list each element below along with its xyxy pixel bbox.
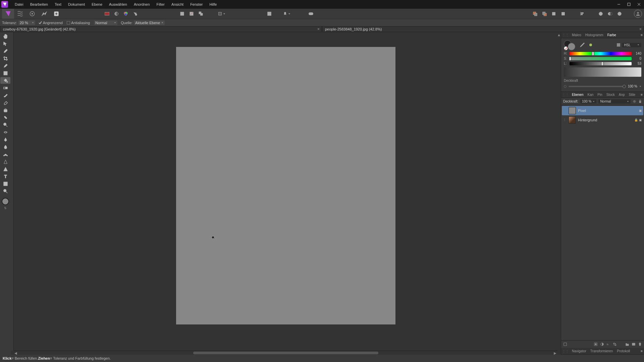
canvas-viewport[interactable]: ▲ ◀ ▶	[11, 32, 561, 355]
saturation-slider[interactable]	[570, 57, 632, 60]
tab-transformieren[interactable]: Transformieren	[588, 348, 615, 354]
persona-develop[interactable]	[26, 9, 38, 19]
tab-farbe[interactable]: Farbe	[605, 32, 618, 38]
layer-thumb[interactable]	[569, 107, 576, 114]
gradient-preview[interactable]	[564, 67, 641, 77]
blendmode-field[interactable]: Normal	[94, 20, 117, 25]
source-field[interactable]: Aktuelle Ebene	[134, 20, 165, 25]
layer-delete-icon[interactable]	[637, 342, 643, 347]
layer-group-icon[interactable]	[625, 342, 630, 347]
menu-bearbeiten[interactable]: Bearbeiten	[27, 0, 51, 9]
bottom-panel-menu-icon[interactable]: ≡	[639, 349, 644, 353]
tab-close-icon[interactable]: ×	[317, 27, 320, 32]
overlay-split-icon[interactable]	[112, 9, 121, 18]
move-tool[interactable]	[0, 40, 10, 47]
persona-tone[interactable]	[38, 9, 50, 19]
contiguous-checkbox[interactable]: Angrenzend	[39, 21, 63, 25]
layer-opacity-field[interactable]: 100 %	[580, 99, 596, 104]
tab-histogramm[interactable]: Histogramm	[583, 32, 605, 38]
selection-none-icon[interactable]	[187, 9, 196, 18]
preview-toggle-icon[interactable]	[307, 9, 315, 18]
tab-pin[interactable]: Pin	[595, 92, 604, 98]
persona-export[interactable]	[50, 9, 62, 19]
layer-adjustment-icon[interactable]	[599, 342, 605, 347]
sharpen-tool[interactable]	[0, 158, 10, 165]
lightness-slider[interactable]	[570, 62, 632, 65]
panel-menu-icon[interactable]: ≡	[639, 33, 644, 37]
color-picker-eyedropper-icon[interactable]	[578, 42, 587, 48]
hand-tool[interactable]	[0, 33, 10, 40]
menu-anordnen[interactable]: Anordnen	[130, 0, 153, 9]
crop-tool[interactable]	[0, 55, 10, 62]
opacity-value[interactable]: 100 %	[628, 84, 637, 88]
layer-visibility-icon[interactable]: ⋮	[563, 109, 567, 112]
color-model-dropdown[interactable]: HSL	[622, 43, 641, 47]
add-stock-icon[interactable]	[596, 9, 605, 18]
layer-crop-icon[interactable]	[612, 342, 618, 347]
layer-lock-toggle-icon[interactable]	[638, 100, 642, 103]
selection-brush-tool[interactable]	[0, 62, 10, 69]
horizontal-scrollbar[interactable]: ◀ ▶	[14, 351, 558, 355]
tab-protokoll[interactable]: Protokoll	[615, 348, 632, 354]
menu-filter[interactable]: Filter	[153, 0, 168, 9]
layer-cog-icon[interactable]	[633, 100, 636, 103]
swap-colors-icon[interactable]: ⇅	[4, 206, 7, 210]
layer-row-0[interactable]: ⋮Pixel▣	[562, 106, 643, 115]
app-logo[interactable]	[1, 1, 8, 8]
hue-slider[interactable]	[570, 52, 632, 55]
menu-text[interactable]: Text	[51, 0, 65, 9]
document-canvas[interactable]	[176, 47, 395, 324]
align-panel-icon[interactable]	[578, 9, 586, 18]
tab-kan[interactable]: Kan	[585, 92, 595, 98]
layer-fx-icon[interactable]: fx	[606, 342, 611, 347]
menu-datei[interactable]: Datei	[11, 0, 27, 9]
layer-visibility-icon[interactable]: ⋮	[563, 118, 567, 122]
layers-panel-menu-icon[interactable]: ≡	[639, 93, 644, 97]
foreground-color-swatch[interactable]	[2, 198, 9, 205]
window-close-button[interactable]	[634, 0, 644, 9]
overlay-autolevel-icon[interactable]	[131, 9, 140, 18]
healing-tool[interactable]	[0, 114, 10, 121]
tab-stile[interactable]: Stile	[627, 92, 637, 98]
recent-color-swatch[interactable]	[589, 44, 592, 46]
selection-invert-icon[interactable]	[197, 9, 205, 18]
document-tab-0[interactable]: cowboy-67630_1920.jpg [Geändert] (42.8%)…	[0, 26, 322, 32]
window-minimize-button[interactable]	[614, 0, 624, 9]
zoom-tool[interactable]	[0, 188, 10, 194]
tab-makro[interactable]: Makro	[570, 32, 583, 38]
tab-navigator[interactable]: Navigator	[570, 348, 588, 354]
layer-name[interactable]: Hintergrund	[578, 118, 632, 122]
quickmask-dropdown[interactable]	[217, 12, 227, 16]
layer-name[interactable]: Pixel	[578, 109, 637, 113]
menu-dokument[interactable]: Dokument	[65, 0, 88, 9]
layer-row-1[interactable]: ⋮Hintergrund🔒▣	[562, 115, 643, 125]
text-tool[interactable]	[0, 173, 10, 180]
flood-fill-tool[interactable]	[0, 77, 10, 84]
menu-auswählen[interactable]: Auswählen	[106, 0, 130, 9]
persona-liquify[interactable]	[14, 9, 26, 19]
clone-tool[interactable]	[0, 107, 10, 113]
window-maximize-button[interactable]	[624, 0, 634, 9]
arrange-front-icon[interactable]	[531, 9, 539, 18]
erase-tool[interactable]	[0, 99, 10, 106]
overlay-gradient-icon[interactable]	[103, 9, 111, 18]
tolerance-field[interactable]: 20 %	[18, 20, 35, 25]
burn-tool[interactable]	[0, 129, 10, 135]
overlay-color-icon[interactable]	[121, 9, 130, 18]
marquee-tool[interactable]	[0, 70, 10, 76]
arrange-back-icon[interactable]	[540, 9, 549, 18]
assistant-dropdown[interactable]	[282, 12, 292, 16]
layer-blend-field[interactable]: Normal	[598, 99, 631, 104]
persona-photo[interactable]	[2, 9, 14, 19]
arrange-bwd-icon[interactable]	[559, 9, 568, 18]
add-resource-icon[interactable]	[615, 9, 624, 18]
no-fill-icon[interactable]	[564, 46, 568, 50]
tab-anp[interactable]: Anp	[617, 92, 627, 98]
document-tab-1[interactable]: people-2583848_1920.jpg (42.8%)×	[322, 26, 644, 32]
smudge-tool[interactable]	[0, 143, 10, 150]
tab-ebenen[interactable]: Ebenen	[570, 92, 585, 98]
arrange-fwd-icon[interactable]	[549, 9, 558, 18]
account-icon[interactable]	[634, 10, 642, 18]
color-model-toggle-icon[interactable]	[617, 43, 620, 47]
selection-new-icon[interactable]	[178, 9, 186, 18]
